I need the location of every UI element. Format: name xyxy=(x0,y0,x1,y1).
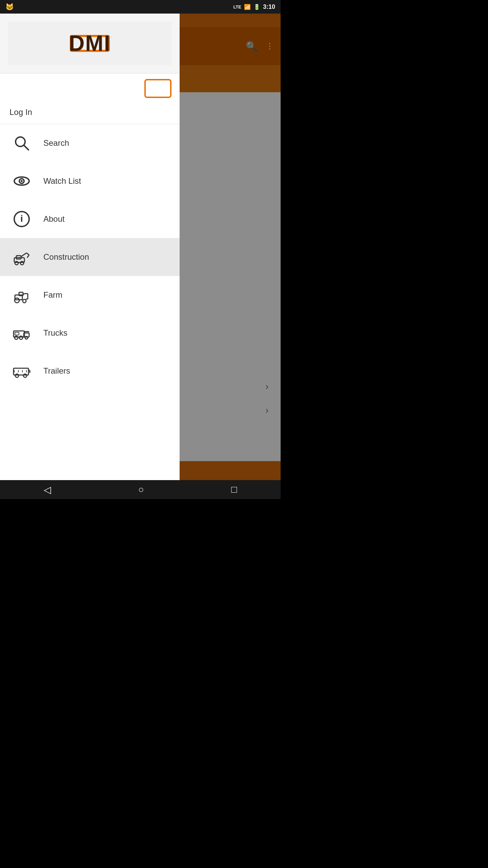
dmi-logo: DMI xyxy=(69,30,110,57)
drawer-watchlist-label: Watch List xyxy=(43,176,81,186)
drawer-item-construction[interactable]: Construction xyxy=(0,238,180,276)
login-label[interactable]: Log In xyxy=(0,101,180,124)
drawer-item-farm[interactable]: Farm xyxy=(0,276,180,314)
cat-icon: 🐱 xyxy=(5,3,14,11)
network-indicator: LTE xyxy=(233,4,241,9)
navigation-drawer: DMI Log In Search xyxy=(0,14,180,480)
drawer-spacer xyxy=(0,74,180,101)
svg-point-16 xyxy=(15,298,19,303)
drawer-item-about[interactable]: i About xyxy=(0,200,180,238)
svg-point-28 xyxy=(25,336,28,339)
drawer-trucks-label: Trucks xyxy=(43,328,67,338)
drawer-search-label: Search xyxy=(43,138,69,148)
battery-icon: 🔋 xyxy=(253,4,260,10)
signal-icon: 📶 xyxy=(244,4,251,10)
svg-line-11 xyxy=(21,253,26,257)
info-icon: i xyxy=(9,210,34,229)
construction-icon xyxy=(9,248,34,267)
svg-line-13 xyxy=(27,255,29,258)
login-hint-box xyxy=(144,79,171,98)
svg-rect-15 xyxy=(19,292,23,296)
back-button[interactable]: ◁ xyxy=(44,484,51,495)
drawer-item-trailers[interactable]: Trailers xyxy=(0,352,180,390)
clock: 3:10 xyxy=(263,3,275,11)
svg-line-1 xyxy=(24,145,28,150)
drawer-menu: Search Watch List i About xyxy=(0,124,180,480)
svg-point-32 xyxy=(23,374,27,377)
trucks-icon xyxy=(9,323,34,342)
svg-point-26 xyxy=(15,336,18,339)
status-bar: 🐱 LTE 📶 🔋 3:10 xyxy=(0,0,281,14)
recent-apps-button[interactable]: □ xyxy=(231,484,237,495)
trailers-icon xyxy=(9,361,34,380)
drawer-logo-area: DMI xyxy=(0,14,180,74)
svg-point-4 xyxy=(21,180,23,182)
logo-box: DMI xyxy=(8,22,171,65)
home-button[interactable]: ○ xyxy=(138,484,144,495)
farm-icon xyxy=(9,285,34,304)
svg-point-27 xyxy=(19,336,23,339)
search-icon xyxy=(9,134,34,153)
svg-text:i: i xyxy=(20,213,23,224)
eye-icon xyxy=(9,172,34,191)
svg-point-17 xyxy=(23,299,26,303)
drawer-trailers-label: Trailers xyxy=(43,366,70,376)
bottom-nav: ◁ ○ □ xyxy=(0,480,281,499)
svg-rect-29 xyxy=(15,332,19,335)
svg-point-8 xyxy=(15,261,18,265)
drawer-farm-label: Farm xyxy=(43,290,62,300)
drawer-item-watchlist[interactable]: Watch List xyxy=(0,162,180,200)
logo-text: DMI xyxy=(69,31,110,56)
drawer-about-label: About xyxy=(43,214,65,224)
drawer-construction-label: Construction xyxy=(43,252,89,262)
drawer-item-search[interactable]: Search xyxy=(0,124,180,162)
svg-point-9 xyxy=(20,261,24,265)
drawer-item-trucks[interactable]: Trucks xyxy=(0,314,180,352)
svg-line-12 xyxy=(26,253,29,255)
svg-point-31 xyxy=(15,374,19,377)
status-left: 🐱 xyxy=(5,0,14,14)
